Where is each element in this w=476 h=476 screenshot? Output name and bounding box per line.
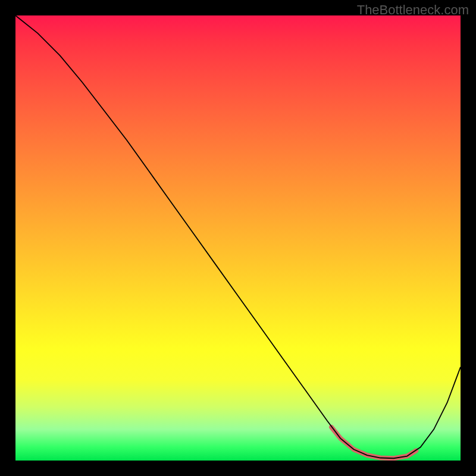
chart-container — [15, 15, 461, 461]
chart-svg — [15, 15, 461, 461]
bottleneck-curve-line — [15, 15, 461, 458]
optimal-range-line — [331, 427, 416, 458]
